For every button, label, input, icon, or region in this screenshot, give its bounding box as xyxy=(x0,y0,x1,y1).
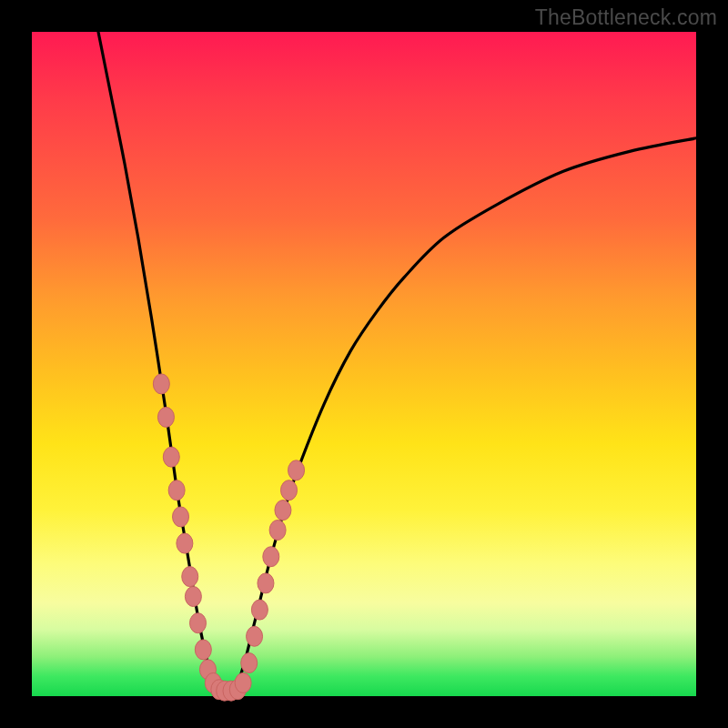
data-marker xyxy=(269,521,286,541)
data-marker xyxy=(241,653,258,673)
data-marker xyxy=(195,640,211,660)
data-marker xyxy=(185,587,201,607)
data-marker xyxy=(173,507,189,527)
data-marker xyxy=(177,533,193,553)
data-marker xyxy=(263,547,279,567)
watermark-text: TheBottleneck.com xyxy=(535,5,717,30)
data-marker xyxy=(247,626,263,646)
data-marker xyxy=(168,480,185,500)
data-marker xyxy=(182,567,198,587)
curve-right-branch xyxy=(231,138,696,696)
data-marker xyxy=(153,374,169,394)
data-marker xyxy=(157,407,174,427)
data-marker xyxy=(275,500,291,521)
plot-area xyxy=(32,32,696,696)
data-marker xyxy=(258,573,274,593)
data-marker xyxy=(190,613,207,633)
data-marker xyxy=(281,480,298,500)
chart-frame: TheBottleneck.com xyxy=(0,0,728,728)
data-marker xyxy=(288,460,305,480)
data-marker xyxy=(251,600,268,620)
marker-group xyxy=(153,374,304,701)
chart-svg xyxy=(32,32,696,696)
data-marker xyxy=(235,672,251,693)
data-marker xyxy=(163,447,179,467)
